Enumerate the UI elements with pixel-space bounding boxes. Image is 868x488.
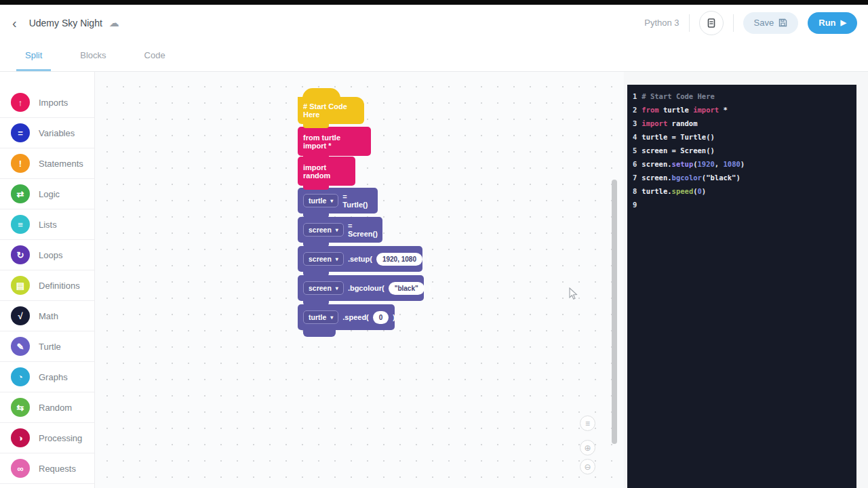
exclamation-icon: !: [11, 154, 30, 173]
code-block[interactable]: screen▾.bgcolour("black"): [298, 275, 424, 301]
block-workspace[interactable]: # Start Code Herefrom turtle import *imp…: [95, 72, 624, 488]
pencil-icon: ✎: [11, 337, 30, 356]
assignments-button[interactable]: [699, 11, 724, 35]
save-button[interactable]: Save: [743, 12, 799, 34]
block-label: from turtle import *: [303, 134, 366, 150]
link-icon: ∞: [11, 459, 30, 478]
code-token: setup: [672, 160, 694, 168]
app-window: ‹ Udemy Sky Night ☁ Python 3 Save: [0, 0, 868, 488]
divider: [689, 14, 690, 32]
chevron-down-icon: ▾: [330, 198, 333, 204]
sidebar-item-lists[interactable]: ≡Lists: [0, 209, 94, 240]
block-label: ): [393, 313, 395, 321]
center-blocks-button[interactable]: ≡: [580, 415, 595, 431]
sidebar-item-graphs[interactable]: ◔Graphs: [0, 362, 94, 392]
block-label: .bgcolour(: [348, 284, 384, 292]
sidebar-item-label: Turtle: [39, 342, 61, 352]
variable-dropdown[interactable]: turtle▾: [303, 310, 338, 324]
tab-code[interactable]: Code: [136, 41, 174, 71]
runtime-label: Python 3: [644, 18, 679, 28]
sidebar-item-definitions[interactable]: ▤Definitions: [0, 270, 94, 301]
code-block[interactable]: from turtle import *: [298, 127, 371, 156]
sidebar-item-label: Random: [39, 403, 72, 413]
sidebar-item-processing[interactable]: ◑Processing: [0, 423, 94, 453]
upload-icon: ↑: [11, 93, 30, 112]
code-line: 6screen.setup(1920, 1080): [633, 157, 851, 171]
variable-dropdown[interactable]: screen▾: [303, 252, 344, 266]
sidebar-item-label: Loops: [39, 250, 62, 260]
block-label: .speed(: [342, 313, 369, 321]
sidebar-item-label: Lists: [39, 220, 57, 230]
arrows-icon: ⇄: [11, 184, 30, 203]
code-block[interactable]: screen▾= Screen(): [298, 217, 382, 243]
sidebar-item-turtle[interactable]: ✎Turtle: [0, 331, 94, 362]
code-panel: 1# Start Code Here2from turtle import *3…: [627, 85, 856, 488]
sidebar-item-label: Variables: [39, 128, 75, 138]
line-number: 4: [633, 133, 637, 141]
code-block[interactable]: screen▾.setup(1920, 1080): [298, 246, 422, 272]
code-line: 5screen = Screen(): [633, 144, 851, 157]
save-icon: [778, 18, 787, 27]
sidebar-item-logic[interactable]: ⇄Logic: [0, 179, 94, 209]
sidebar-item-loops[interactable]: ↻Loops: [0, 240, 94, 270]
block-label: # Start Code Here: [303, 102, 359, 119]
sidebar-item-imports[interactable]: ↑Imports: [0, 87, 94, 118]
mouse-cursor: [568, 287, 579, 301]
code-token: import: [642, 119, 667, 127]
zoom-in-button[interactable]: ⊕: [580, 440, 595, 455]
block-hat-bump: [302, 88, 340, 98]
code-token: 1920: [698, 160, 715, 168]
zoom-out-button[interactable]: ⊖: [580, 459, 595, 474]
value-input[interactable]: "black": [389, 282, 425, 295]
code-token: *: [719, 106, 728, 114]
code-token: speed: [672, 187, 694, 195]
code-line: 7screen.bgcolor("black"): [633, 171, 851, 184]
value-input[interactable]: 0: [373, 311, 389, 324]
tab-blocks[interactable]: Blocks: [71, 41, 115, 71]
code-token: from: [642, 106, 658, 114]
code-line: 4turtle = Turtle(): [633, 130, 851, 144]
sidebar-item-math[interactable]: √Math: [0, 301, 94, 331]
code-token: turtle = Turtle(): [642, 133, 714, 141]
pie-chart-icon: ◔: [11, 367, 30, 386]
back-button[interactable]: ‹: [12, 16, 17, 30]
chevron-down-icon: ▾: [336, 227, 338, 233]
workspace-scrollbar[interactable]: [612, 180, 617, 444]
block-label: import random: [303, 163, 350, 180]
sidebar-item-label: Statements: [39, 159, 83, 169]
code-token: # Start Code Here: [642, 92, 714, 100]
sidebar-item-variables[interactable]: =Variables: [0, 118, 94, 148]
sidebar-item-label: Processing: [39, 433, 82, 443]
code-block[interactable]: turtle▾.speed(0): [298, 304, 395, 330]
run-button[interactable]: Run ▶: [808, 12, 857, 34]
play-icon: ▶: [841, 18, 846, 27]
sidebar-item-statements[interactable]: !Statements: [0, 148, 94, 179]
sidebar-item-label: Definitions: [39, 281, 80, 291]
code-block[interactable]: import random: [298, 157, 355, 186]
header-actions: Python 3 Save Run ▶: [644, 5, 857, 41]
code-line: 8turtle.speed(0): [633, 184, 851, 198]
code-token: ): [741, 160, 745, 168]
code-block[interactable]: # Start Code Here: [298, 97, 364, 124]
divider: [733, 14, 734, 32]
sidebar-item-requests[interactable]: ∞Requests: [0, 453, 94, 484]
line-number: 7: [633, 174, 637, 182]
top-strip: [0, 0, 868, 5]
variable-dropdown[interactable]: screen▾: [303, 281, 344, 295]
line-number: 2: [633, 106, 637, 114]
code-block[interactable]: turtle▾= Turtle(): [298, 188, 378, 214]
sidebar-item-random[interactable]: ⇆Random: [0, 392, 94, 423]
block-label: ): [427, 255, 429, 263]
code-token: turtle: [659, 106, 694, 114]
variable-dropdown[interactable]: screen▾: [303, 223, 344, 237]
tab-split[interactable]: Split: [16, 41, 51, 71]
code-token: random: [667, 119, 697, 127]
variable-dropdown[interactable]: turtle▾: [303, 194, 338, 207]
code-token: ("black"): [702, 174, 741, 182]
document-icon: ▤: [11, 276, 30, 295]
code-token: import: [693, 106, 719, 114]
line-number: 6: [633, 160, 637, 168]
code-line: 1# Start Code Here: [633, 89, 851, 103]
sidebar-item-label: Requests: [39, 464, 76, 474]
value-input[interactable]: 1920, 1080: [376, 253, 422, 266]
